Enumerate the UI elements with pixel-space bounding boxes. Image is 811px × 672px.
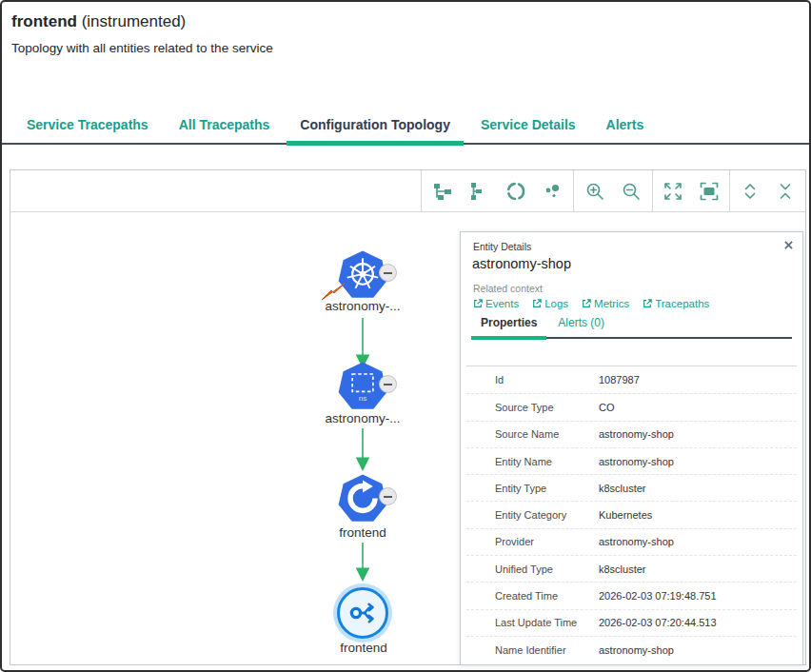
collapse-node-button[interactable] — [379, 487, 397, 505]
panel-tabbar: Properties Alerts (0) — [471, 316, 792, 339]
property-row: Created Time 2026-02-03 07:19:48.751 — [466, 582, 797, 608]
namespace-badge-text: ns — [359, 394, 367, 403]
external-link-icon — [532, 299, 542, 308]
service-icon — [346, 596, 380, 630]
page-title: frontend (instrumented) — [11, 12, 186, 31]
metrics-link-label: Metrics — [594, 298, 629, 309]
property-label: Created Time — [466, 590, 599, 602]
property-value: astronomy-shop — [599, 536, 674, 547]
property-row: Last Update Time 2026-02-03 07:20:44.513 — [466, 609, 797, 636]
tab-all-tracepaths[interactable]: All Tracepaths — [166, 117, 284, 143]
app-window: frontend (instrumented) Topology with al… — [0, 0, 811, 672]
main-tabbar: Service Tracepaths All Tracepaths Config… — [2, 109, 809, 145]
tab-service-details[interactable]: Service Details — [467, 117, 589, 143]
entity-name: astronomy-shop — [472, 256, 571, 271]
events-link-label: Events — [485, 298, 519, 309]
node-label: frontend — [287, 525, 439, 540]
property-value: astronomy-shop — [599, 644, 674, 656]
property-value: 2026-02-03 07:20:44.513 — [599, 617, 717, 628]
node-service-selected[interactable] — [337, 587, 388, 639]
property-value: k8scluster — [599, 483, 646, 494]
external-link-icon — [582, 299, 591, 308]
property-row: Unified Type k8scluster — [466, 555, 797, 582]
tracepaths-link-label: Tracepaths — [655, 298, 709, 309]
properties-table: Id 1087987 Source Type CO Source Name as… — [466, 366, 797, 662]
events-link[interactable]: Events — [473, 298, 519, 309]
node-label: frontend — [287, 641, 440, 655]
property-row: Name Identifier astronomy-shop — [466, 636, 797, 662]
external-link-icon — [473, 299, 483, 308]
logs-link[interactable]: Logs — [532, 298, 568, 309]
property-value: CO — [599, 402, 615, 413]
node-label: astronomy-... — [287, 299, 439, 313]
property-value: 1087987 — [599, 374, 640, 385]
tab-service-tracepaths[interactable]: Service Tracepaths — [13, 117, 162, 143]
property-row: Entity Category Kubernetes — [466, 501, 797, 527]
entity-details-panel: Entity Details astronomy-shop Related co… — [460, 231, 803, 665]
page-subtitle: Topology with all entities related to th… — [11, 41, 273, 55]
property-row: Entity Name astronomy-shop — [466, 447, 797, 474]
property-label: Entity Name — [466, 456, 599, 467]
close-icon[interactable] — [781, 237, 796, 252]
collapse-node-button[interactable] — [379, 264, 397, 282]
metrics-link[interactable]: Metrics — [582, 298, 629, 309]
logs-link-label: Logs — [544, 298, 568, 309]
property-row: Id 1087987 — [466, 366, 797, 393]
tab-panel-alerts[interactable]: Alerts (0) — [548, 316, 614, 337]
property-label: Provider — [466, 536, 599, 547]
property-label: Id — [466, 374, 599, 385]
tab-properties[interactable]: Properties — [471, 316, 546, 337]
property-row: Source Type CO — [466, 393, 797, 420]
property-label: Last Update Time — [466, 617, 599, 628]
collapse-node-button[interactable] — [379, 375, 397, 393]
property-row: Source Name astronomy-shop — [466, 421, 797, 447]
tracepaths-link[interactable]: Tracepaths — [643, 298, 709, 309]
topology-canvas[interactable]: astronomy-... ns astronomy-... frontend — [10, 169, 806, 665]
related-context-links: Events Logs Metrics Tracepaths — [473, 298, 709, 309]
property-label: Unified Type — [466, 563, 599, 575]
node-k8s-deployment[interactable] — [336, 472, 389, 525]
property-value: 2026-02-03 07:19:48.751 — [599, 590, 717, 602]
node-label: astronomy-... — [287, 411, 439, 425]
property-label: Source Type — [466, 402, 599, 413]
service-name-suffix: (instrumented) — [77, 12, 186, 30]
related-context-label: Related context — [473, 283, 543, 294]
tab-configuration-topology[interactable]: Configuration Topology — [287, 117, 464, 143]
property-row: Entity Type k8scluster — [466, 474, 797, 501]
node-k8s-namespace[interactable]: ns — [336, 360, 389, 413]
property-label: Name Identifier — [466, 644, 599, 656]
panel-header: Entity Details — [473, 241, 531, 252]
property-label: Entity Type — [466, 483, 599, 494]
property-label: Entity Category — [466, 509, 599, 521]
property-label: Source Name — [466, 428, 599, 440]
property-row: Provider astronomy-shop — [466, 528, 797, 555]
property-value: Kubernetes — [599, 509, 652, 521]
property-value: astronomy-shop — [599, 456, 674, 467]
service-name: frontend — [11, 12, 77, 30]
external-link-icon — [643, 299, 652, 308]
property-value: astronomy-shop — [599, 428, 674, 440]
tab-alerts[interactable]: Alerts — [593, 117, 658, 143]
property-value: k8scluster — [599, 563, 646, 575]
